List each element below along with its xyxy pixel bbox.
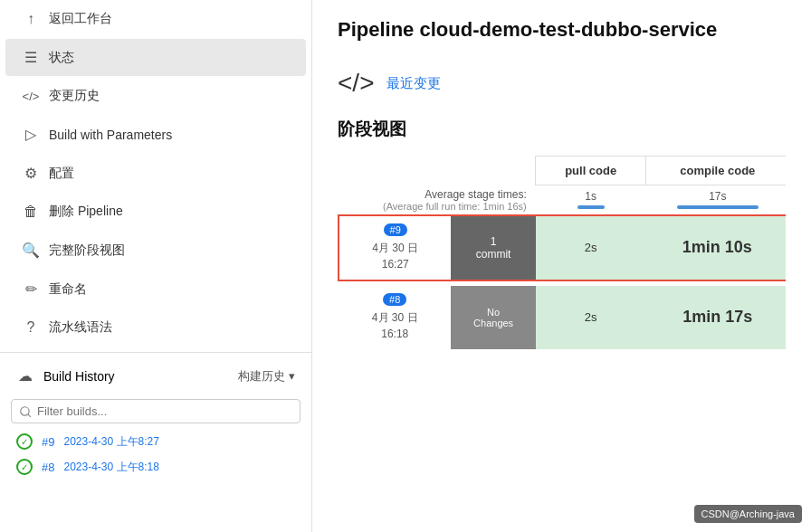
build-8-compile-code-cell: 1min 17s xyxy=(646,286,786,349)
avg-compile-code-bar xyxy=(677,205,759,209)
sidebar-item-delete-label: 删除 Pipeline xyxy=(49,204,123,220)
build-9-compile-code-cell: 1min 10s xyxy=(646,215,786,280)
build-9-date[interactable]: 2023-4-30 上午8:27 xyxy=(63,434,158,450)
sidebar-item-back-label: 返回工作台 xyxy=(49,11,112,27)
avg-label: Average stage times: (Average full run t… xyxy=(339,185,536,215)
stage-avg-row: Average stage times: (Average full run t… xyxy=(339,185,786,215)
chevron-down-icon: ▾ xyxy=(289,369,295,383)
gear-icon: ⚙ xyxy=(22,165,40,182)
sidebar-item-full-stage[interactable]: 🔍 完整阶段视图 xyxy=(5,232,306,269)
build-list-item: ✓ #8 2023-4-30 上午8:18 xyxy=(0,454,311,480)
avg-compile-code-cell: 17s xyxy=(646,185,786,215)
filter-wrap xyxy=(0,394,311,429)
recent-changes-link[interactable]: 最近变更 xyxy=(386,75,441,92)
build-8-number[interactable]: #8 xyxy=(42,461,54,474)
build-row-8: #8 4月 30 日 16:18 No Changes 2s xyxy=(339,286,786,349)
build-9-pull-code-cell: 2s xyxy=(536,215,646,280)
stage-header-compile-code: compile code xyxy=(646,157,786,185)
build-history-title: Build History xyxy=(43,369,115,384)
build-9-number[interactable]: #9 xyxy=(42,435,54,449)
stage-header-pull-code: pull code xyxy=(536,157,646,185)
edit-icon: ✏ xyxy=(22,280,40,298)
sidebar-item-back[interactable]: ↑ 返回工作台 xyxy=(5,1,306,37)
play-icon: ▷ xyxy=(22,126,40,143)
build-8-status-icon: ✓ xyxy=(16,459,33,475)
build-8-date-cell: 4月 30 日 16:18 xyxy=(349,309,440,342)
trash-icon: 🗑 xyxy=(22,204,40,220)
sidebar-item-status-label: 状态 xyxy=(49,50,74,66)
build-history-header[interactable]: ☁ Build History 构建历史 ▾ xyxy=(0,358,311,394)
code-icon: </> xyxy=(22,90,40,103)
back-icon: ↑ xyxy=(22,11,40,27)
build-8-tag: #8 xyxy=(383,293,406,306)
build-9-commit-cell: 1 commit xyxy=(451,215,535,280)
build-list-item: ✓ #9 2023-4-30 上午8:27 xyxy=(0,429,311,454)
build-history-icon: ☁ xyxy=(16,367,34,385)
status-icon: ☰ xyxy=(22,49,40,66)
sidebar-item-pipeline-syntax[interactable]: ? 流水线语法 xyxy=(5,309,306,346)
sidebar-item-rename[interactable]: ✏ 重命名 xyxy=(5,271,306,308)
stage-table: pull code compile code Average stage tim… xyxy=(338,156,786,349)
build-8-date[interactable]: 2023-4-30 上午8:18 xyxy=(63,460,158,475)
recent-changes-row: </> 最近变更 xyxy=(338,69,786,98)
recent-changes-code-icon: </> xyxy=(338,69,374,98)
search-icon: 🔍 xyxy=(22,242,40,259)
build-9-status-icon: ✓ xyxy=(16,433,33,450)
empty-header-2 xyxy=(451,157,535,185)
build-history-subtitle-group: 构建历史 ▾ xyxy=(238,368,295,385)
empty-header-1 xyxy=(339,157,451,185)
sidebar-item-status[interactable]: ☰ 状态 xyxy=(5,39,306,76)
build-history-title-group: ☁ Build History xyxy=(16,367,115,385)
sidebar-item-delete[interactable]: 🗑 删除 Pipeline xyxy=(5,194,306,230)
sidebar-item-full-stage-label: 完整阶段视图 xyxy=(49,242,125,259)
avg-pull-code-cell: 1s xyxy=(536,185,646,215)
build-9-tag: #9 xyxy=(384,223,407,236)
stage-view-title: 阶段视图 xyxy=(338,118,786,141)
sidebar-item-change-label: 变更历史 xyxy=(49,88,100,104)
sidebar-item-build-with-params[interactable]: ▷ Build with Parameters xyxy=(5,116,306,153)
sidebar-item-configure-label: 配置 xyxy=(49,166,74,182)
divider xyxy=(0,352,311,353)
sidebar-item-build-params-label: Build with Parameters xyxy=(49,128,172,142)
page-title: Pipeline cloud-demo-test-dubbo-service xyxy=(338,18,786,42)
watermark: CSDN@Arching-java xyxy=(694,505,802,523)
build-history-subtitle: 构建历史 xyxy=(238,368,285,385)
filter-builds-input[interactable] xyxy=(11,399,301,423)
sidebar-item-pipeline-syntax-label: 流水线语法 xyxy=(49,319,112,336)
build-8-info-cell: #8 4月 30 日 16:18 xyxy=(339,286,451,349)
sidebar-item-configure[interactable]: ⚙ 配置 xyxy=(5,155,306,192)
help-icon: ? xyxy=(22,319,40,336)
avg-pull-code-bar xyxy=(577,205,605,209)
build-9-info-cell: #9 4月 30 日 16:27 xyxy=(339,215,451,280)
sidebar-item-change-history[interactable]: </> 变更历史 xyxy=(5,78,306,114)
main-content: Pipeline cloud-demo-test-dubbo-service <… xyxy=(312,0,811,532)
build-8-pull-code-cell: 2s xyxy=(536,286,646,349)
stage-table-wrap: pull code compile code Average stage tim… xyxy=(338,156,786,349)
sidebar: ↑ 返回工作台 ☰ 状态 </> 变更历史 ▷ Build with Param… xyxy=(0,0,312,532)
build-8-commit-cell: No Changes xyxy=(451,286,535,349)
sidebar-item-rename-label: 重命名 xyxy=(49,281,87,298)
build-9-date-cell: 4月 30 日 16:27 xyxy=(350,240,440,272)
build-row-9: #9 4月 30 日 16:27 1 commit 2s 1m xyxy=(339,215,786,280)
